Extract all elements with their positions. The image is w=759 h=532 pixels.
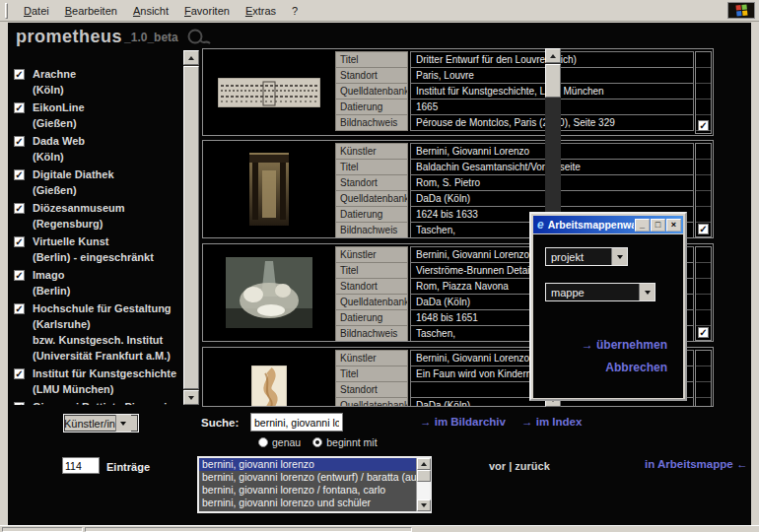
database-checkbox[interactable]: ✓ xyxy=(14,203,25,214)
menu-favoriten[interactable]: Favoriten xyxy=(176,2,238,20)
search-mode-radios: genau beginnt mit xyxy=(258,436,389,448)
menu-extras[interactable]: Extras xyxy=(238,2,284,20)
dialog-title: Arbeitsmappenwahl ... xyxy=(546,219,634,231)
results-listbox[interactable]: bernini, giovanni lorenzo bernini, giova… xyxy=(197,456,432,513)
sidebar-scrollbar[interactable] xyxy=(183,50,199,405)
database-checkbox[interactable]: ✓ xyxy=(14,236,25,247)
database-checkbox[interactable]: ✓ xyxy=(14,270,25,281)
toolbar-grip[interactable] xyxy=(5,3,8,19)
database-item-lmu-muenchen[interactable]: ✓ Institut für Kunstgeschichte (LMU Münc… xyxy=(14,366,183,397)
field-label: Standort xyxy=(335,381,408,398)
abbrechen-link[interactable]: Abbrechen xyxy=(605,361,667,374)
ie-logo-icon: e xyxy=(535,218,546,232)
browser-window: Datei Bearbeiten Ansicht Favoriten Extra… xyxy=(0,0,759,532)
database-item-dadaweb[interactable]: ✓ Dada Web (Köln) xyxy=(14,133,183,165)
close-button[interactable]: × xyxy=(666,219,681,232)
scroll-up-icon[interactable] xyxy=(417,458,431,470)
uebernehmen-link[interactable]: → übernehmen xyxy=(582,338,667,352)
database-item-eikonline[interactable]: ✓ EikonLine (Gießen) xyxy=(14,100,183,131)
field-label: Standort xyxy=(335,174,408,191)
link-in-arbeitsmappe[interactable]: in Arbeitsmappe ← xyxy=(645,458,747,470)
database-checkbox[interactable]: ✓ xyxy=(14,169,25,180)
field-label: Titel xyxy=(335,366,408,382)
record-select-checkbox[interactable]: ✓ xyxy=(698,224,709,234)
record-thumbnail[interactable] xyxy=(204,50,334,134)
database-checkbox[interactable]: ✓ xyxy=(14,136,25,147)
pagination-label[interactable]: vor | zurück xyxy=(489,460,550,472)
link-im-bildarchiv[interactable]: → im Bildarchiv xyxy=(420,416,506,428)
field-label: Bildnachweis xyxy=(335,325,408,342)
database-checkbox[interactable]: ✓ xyxy=(14,303,25,314)
database-item-arachne[interactable]: ✓ Arachne (Köln) xyxy=(14,66,183,98)
menu-hilfe[interactable]: ? xyxy=(284,2,306,20)
scrollbar-thumb[interactable] xyxy=(545,64,561,98)
listbox-option[interactable]: bernini, giovanni lorenzo / fontana, car… xyxy=(199,484,416,497)
database-checkbox[interactable]: ✓ xyxy=(14,402,25,405)
field-label: Bildnachweis xyxy=(335,222,408,238)
scrollbar-thumb[interactable] xyxy=(183,66,199,389)
database-item-dioezesanmuseum[interactable]: ✓ Diözesanmuseum (Regensburg) xyxy=(14,200,183,232)
field-label: Datierung xyxy=(335,206,408,223)
status-segment xyxy=(2,527,83,532)
scroll-down-icon[interactable] xyxy=(417,499,431,511)
database-checkbox[interactable]: ✓ xyxy=(14,368,25,379)
field-label: Quelldatenbank xyxy=(335,294,408,310)
listbox-scrollbar[interactable] xyxy=(416,458,430,511)
menu-bearbeiten[interactable]: Bearbeiten xyxy=(57,2,125,20)
database-item-piranesi[interactable]: ✓ Giovanni Battista Piranesi xyxy=(14,399,183,405)
mappe-select[interactable]: mappe xyxy=(545,283,656,301)
database-checkbox[interactable]: ✓ xyxy=(14,102,25,113)
database-item-imago[interactable]: ✓ Imago (Berlin) xyxy=(14,267,183,299)
app-name: prometheus xyxy=(16,27,122,47)
entries-count-input[interactable] xyxy=(62,457,100,474)
chevron-down-icon[interactable] xyxy=(115,415,131,432)
field-label: Quelldatenbank xyxy=(335,397,408,407)
listbox-option[interactable]: bernini, giovanni lorenzo und schüler xyxy=(199,497,416,509)
search-category-select[interactable]: Künstler/in xyxy=(63,414,139,432)
arrow-left-icon: ← xyxy=(736,458,748,470)
dialog-body: projekt mappe → übernehmen Abbrechen xyxy=(533,234,683,398)
scroll-down-icon[interactable] xyxy=(183,390,199,405)
database-name: Hochschule für Gestaltung xyxy=(33,300,172,316)
maximize-button[interactable]: □ xyxy=(651,219,665,232)
database-sub: bzw. Kunstgesch. Institut xyxy=(33,332,172,348)
record-select-checkbox[interactable]: ✓ xyxy=(698,327,709,338)
record-thumbnail[interactable] xyxy=(204,245,334,340)
field-label: Künstler xyxy=(335,246,408,263)
record-select-checkbox[interactable]: ✓ xyxy=(698,120,709,131)
record-thumbnail[interactable] xyxy=(204,142,334,236)
scrollbar-thumb[interactable] xyxy=(417,470,431,482)
scroll-up-icon[interactable] xyxy=(183,50,199,65)
database-checkbox[interactable]: ✓ xyxy=(14,69,25,80)
record-thumbnail[interactable] xyxy=(204,349,334,407)
windows-logo-icon xyxy=(727,2,755,19)
listbox-option[interactable]: bernini, giovanni lorenzo (entwurf) / ba… xyxy=(199,471,416,484)
radio-genau[interactable] xyxy=(258,437,268,447)
database-item-hfg-karlsruhe[interactable]: ✓ Hochschule für Gestaltung (Karlsruhe) … xyxy=(14,300,183,364)
database-item-digitale-diathek[interactable]: ✓ Digitale Diathek (Gießen) xyxy=(14,166,183,198)
dialog-titlebar[interactable]: e Arbeitsmappenwahl ... _ □ × xyxy=(533,216,683,233)
projekt-select[interactable]: projekt xyxy=(545,247,628,266)
listbox-option-selected[interactable]: bernini, giovanni lorenzo xyxy=(199,458,416,471)
database-sub: (Gießen) xyxy=(33,182,114,198)
projekt-select-value: projekt xyxy=(546,251,611,263)
radio-beginnt-mit[interactable] xyxy=(312,437,322,447)
database-sub: (Köln) xyxy=(33,82,76,98)
search-input[interactable] xyxy=(250,413,343,432)
scroll-up-icon[interactable] xyxy=(545,48,561,63)
database-sub: (LMU München) xyxy=(33,381,176,397)
baldachin-photo-image xyxy=(249,153,289,226)
chevron-down-icon[interactable] xyxy=(639,284,655,300)
field-label: Titel xyxy=(335,159,408,175)
database-name: Arachne xyxy=(33,66,76,82)
menu-ansicht[interactable]: Ansicht xyxy=(125,2,176,20)
database-name: Giovanni Battista Piranesi xyxy=(33,399,167,405)
minimize-button[interactable]: _ xyxy=(635,219,650,232)
link-im-index[interactable]: → im Index xyxy=(521,416,582,428)
database-name: Digitale Diathek xyxy=(33,166,114,182)
menu-datei[interactable]: Datei xyxy=(16,2,57,20)
database-item-virtuelle-kunst[interactable]: ✓ Virtuelle Kunst (Berlin) - eingeschrän… xyxy=(14,233,183,265)
chevron-down-icon[interactable] xyxy=(611,248,627,265)
faun-drawing-image xyxy=(251,366,287,407)
field-label: Quelldatenbank xyxy=(335,83,408,100)
